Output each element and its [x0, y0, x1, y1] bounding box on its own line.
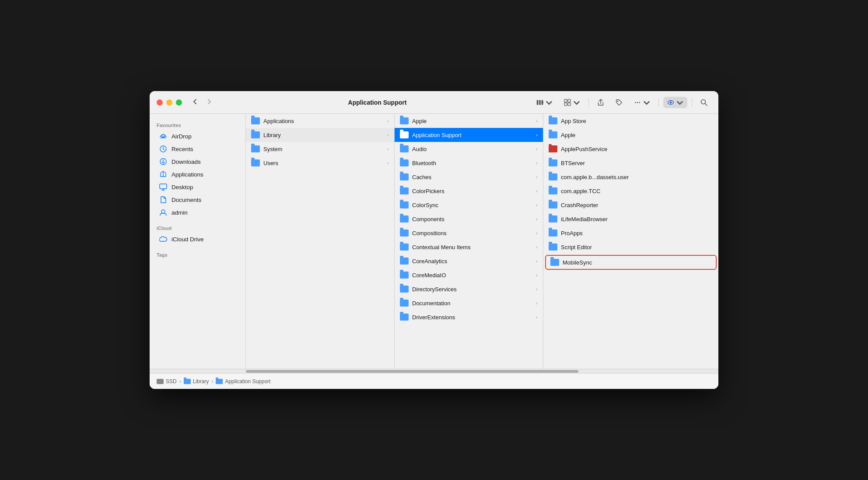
col2-contextual-menu-items[interactable]: Contextual Menu Items ›	[395, 240, 543, 254]
col2-apple[interactable]: Apple ›	[395, 114, 543, 128]
favourites-label: Favourites	[150, 119, 245, 130]
sidebar-item-downloads[interactable]: Downloads	[152, 155, 243, 168]
col1-applications[interactable]: Applications ›	[246, 114, 394, 128]
col1-system[interactable]: System ›	[246, 142, 394, 156]
scroll-thumb[interactable]	[246, 370, 578, 373]
col3-script-editor[interactable]: Script Editor	[543, 240, 718, 254]
sidebar-item-documents-label: Documents	[172, 197, 201, 203]
col2-audio-label: Audio	[412, 146, 427, 152]
sidebar-item-applications-label: Applications	[172, 171, 203, 178]
col2-coreanalytics[interactable]: CoreAnalytics ›	[395, 254, 543, 268]
folder-icon	[251, 116, 260, 125]
breadcrumb-sep-2: ›	[211, 378, 213, 385]
file-columns-area: Applications › Library › System ›	[246, 114, 718, 369]
col3-com-apple-b[interactable]: com.apple.b...dassets.user	[543, 170, 718, 184]
breadcrumb-ssd[interactable]: SSD	[157, 378, 177, 385]
desktop-icon	[159, 183, 167, 191]
chevron-icon: ›	[536, 314, 538, 320]
col2-directoryservices[interactable]: DirectoryServices ›	[395, 282, 543, 296]
col3-apple[interactable]: Apple	[543, 128, 718, 142]
column-view-button[interactable]	[532, 97, 556, 108]
icloud-label: iCloud	[150, 222, 245, 233]
sidebar-item-downloads-label: Downloads	[172, 159, 201, 165]
close-button[interactable]	[157, 99, 163, 106]
sidebar-item-documents[interactable]: Documents	[152, 194, 243, 206]
applications-icon	[159, 170, 167, 178]
col2-caches[interactable]: Caches ›	[395, 170, 543, 184]
svg-rect-2	[542, 100, 543, 105]
breadcrumb-library[interactable]: Library	[184, 378, 209, 385]
col1-users-label: Users	[263, 160, 278, 166]
col3-ilifemediabrowser[interactable]: iLifeMediaBrowser	[543, 212, 718, 226]
col3-mobilesync[interactable]: MobileSync	[545, 255, 717, 270]
folder-icon-small-2	[216, 379, 223, 384]
col3-com-apple-tcc[interactable]: com.apple.TCC	[543, 184, 718, 198]
breadcrumb-application-support-label: Application Support	[225, 378, 270, 385]
share-button[interactable]	[593, 97, 608, 108]
minimize-button[interactable]	[166, 99, 172, 106]
folder-icon	[549, 215, 557, 223]
col2-components-label: Components	[412, 216, 444, 222]
col3-script-editor-label: Script Editor	[561, 244, 592, 251]
col2-coremediaio[interactable]: CoreMediaIO ›	[395, 268, 543, 282]
toolbar-divider-2	[658, 98, 659, 107]
svg-rect-19	[160, 184, 167, 189]
chevron-icon: ›	[536, 244, 538, 250]
grid-view-button[interactable]	[560, 97, 584, 108]
sidebar-item-recents[interactable]: Recents	[152, 143, 243, 155]
col2-coreanalytics-label: CoreAnalytics	[412, 258, 447, 265]
folder-icon	[400, 257, 409, 265]
col3-crashreporter[interactable]: CrashReporter	[543, 198, 718, 212]
hdd-icon	[157, 379, 164, 384]
col3-btserver[interactable]: BTServer	[543, 156, 718, 170]
horizontal-scrollbar[interactable]	[150, 369, 718, 373]
more-button[interactable]	[630, 97, 654, 108]
folder-icon	[400, 145, 409, 153]
col3-app-store[interactable]: App Store	[543, 114, 718, 128]
sidebar-item-applications[interactable]: Applications	[152, 168, 243, 180]
col3-applepushservice[interactable]: ApplePushService	[543, 142, 718, 156]
search-button[interactable]	[696, 97, 711, 108]
svg-rect-5	[564, 102, 567, 105]
preview-button[interactable]	[663, 97, 687, 108]
col2-bluetooth-label: Bluetooth	[412, 160, 436, 166]
tag-button[interactable]	[612, 97, 626, 108]
folder-icon	[251, 131, 260, 139]
col2-compositions-label: Compositions	[412, 230, 447, 236]
col2-application-support[interactable]: Application Support ›	[395, 128, 543, 142]
col2-compositions[interactable]: Compositions ›	[395, 226, 543, 240]
chevron-icon: ›	[536, 286, 538, 292]
col3-mobilesync-label: MobileSync	[563, 259, 592, 266]
col3-proapps[interactable]: ProApps	[543, 226, 718, 240]
breadcrumb-application-support[interactable]: Application Support	[216, 378, 270, 385]
svg-point-10	[639, 102, 640, 103]
col2-driverextensions[interactable]: DriverExtensions ›	[395, 310, 543, 324]
col1-library[interactable]: Library ›	[246, 128, 394, 142]
applepush-icon	[549, 145, 557, 153]
toolbar-divider-3	[692, 98, 692, 107]
sidebar-item-admin[interactable]: admin	[152, 206, 243, 219]
forward-button[interactable]	[203, 96, 215, 108]
col2-bluetooth[interactable]: Bluetooth ›	[395, 156, 543, 170]
col2-colorpickers-label: ColorPickers	[412, 188, 444, 194]
svg-point-8	[635, 102, 636, 103]
col2-colorpickers[interactable]: ColorPickers ›	[395, 184, 543, 198]
col2-documentation[interactable]: Documentation ›	[395, 296, 543, 310]
col2-components[interactable]: Components ›	[395, 212, 543, 226]
folder-icon-selected	[400, 131, 409, 139]
airdrop-icon	[159, 132, 167, 140]
sidebar-item-desktop[interactable]: Desktop	[152, 181, 243, 193]
col2-audio[interactable]: Audio ›	[395, 142, 543, 156]
folder-icon	[400, 271, 409, 279]
back-button[interactable]	[189, 96, 201, 108]
downloads-icon	[159, 158, 167, 166]
sidebar-item-airdrop[interactable]: AirDrop	[152, 130, 243, 142]
sidebar-item-icloud-drive[interactable]: iCloud Drive	[152, 233, 243, 245]
folder-icon	[549, 243, 557, 251]
col2-colorsync[interactable]: ColorSync ›	[395, 198, 543, 212]
col2-contextual-menu-items-label: Contextual Menu Items	[412, 244, 471, 251]
col1-users[interactable]: Users ›	[246, 156, 394, 170]
chevron-icon: ›	[536, 300, 538, 306]
folder-icon	[400, 201, 409, 209]
maximize-button[interactable]	[176, 99, 182, 106]
